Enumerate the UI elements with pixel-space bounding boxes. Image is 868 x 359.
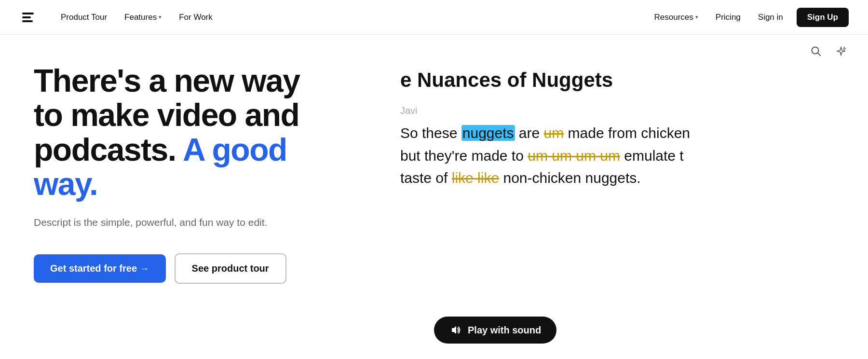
svg-rect-2 (22, 16, 31, 18)
svg-rect-3 (22, 20, 33, 22)
nav-for-work[interactable]: For Work (172, 9, 219, 26)
logo[interactable] (19, 9, 37, 26)
editor-title: e Nuances of Nuggets (400, 69, 839, 92)
volume-icon (449, 324, 461, 336)
nav-pricing[interactable]: Pricing (709, 9, 747, 26)
see-product-tour-button[interactable]: See product tour (175, 253, 286, 284)
filler-um-2: um um um um (528, 148, 620, 164)
play-with-sound-button[interactable]: Play with sound (434, 317, 556, 344)
hero-subheadline: Descript is the simple, powerful, and fu… (34, 215, 313, 230)
highlight-word-nuggets: nuggets (461, 125, 515, 141)
nav-resources[interactable]: Resources ▾ (648, 9, 705, 26)
play-with-sound-label: Play with sound (468, 325, 541, 336)
get-started-button[interactable]: Get started for free → (34, 254, 166, 283)
nav-product-tour[interactable]: Product Tour (54, 9, 114, 26)
navbar: Product Tour Features ▾ For Work Resourc… (0, 0, 868, 35)
hero-right-panel: e Nuances of Nuggets Javi So these nugge… (376, 35, 868, 359)
cta-row: Get started for free → See product tour (34, 253, 347, 284)
search-icon[interactable] (808, 43, 824, 59)
nav-left: Product Tour Features ▾ For Work (54, 9, 219, 26)
magic-icon[interactable] (833, 43, 849, 59)
top-right-icons (808, 43, 849, 59)
svg-marker-6 (452, 326, 456, 334)
filler-um-1: um (544, 125, 564, 141)
filler-like: like like (452, 170, 499, 186)
transcript-line1: So these nuggets are um made from chicke… (400, 125, 690, 141)
features-chevron-icon: ▾ (159, 14, 162, 20)
svg-rect-1 (22, 13, 34, 14)
transcript-text: So these nuggets are um made from chicke… (400, 122, 834, 190)
hero-headline-highlight: A goodway. (34, 132, 287, 202)
speaker-label: Javi (400, 105, 839, 116)
nav-features[interactable]: Features ▾ (118, 9, 168, 26)
nav-sign-up-button[interactable]: Sign Up (797, 8, 849, 27)
transcript-line2: but they're made to um um um um emulate … (400, 148, 684, 164)
resources-chevron-icon: ▾ (695, 14, 698, 20)
hero-left-panel: There's a new wayto make video andpodcas… (0, 35, 376, 359)
hero-headline: There's a new wayto make video andpodcas… (34, 64, 347, 201)
transcript-line3: taste of like like non-chicken nuggets. (400, 170, 641, 186)
nav-right: Resources ▾ Pricing Sign in Sign Up (648, 8, 849, 27)
main-content: There's a new wayto make video andpodcas… (0, 35, 868, 359)
svg-line-5 (818, 53, 821, 56)
editor-preview: e Nuances of Nuggets Javi So these nugge… (395, 54, 839, 190)
nav-sign-in[interactable]: Sign in (751, 9, 790, 26)
